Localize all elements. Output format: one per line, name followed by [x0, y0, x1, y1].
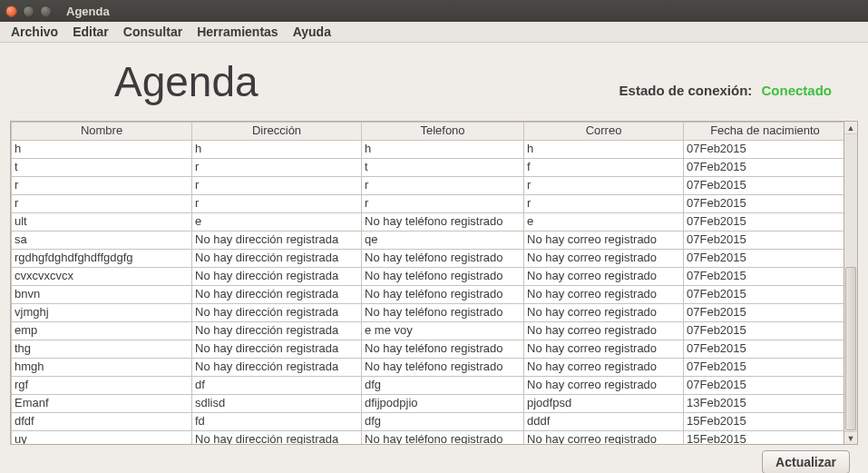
refresh-button[interactable]: Actualizar — [762, 450, 850, 473]
cell-fecha[interactable]: 07Feb2015 — [684, 340, 845, 359]
table-row[interactable]: uyNo hay dirección registradaNo hay telé… — [12, 431, 845, 446]
cell-nombre[interactable]: dfdf — [12, 413, 192, 431]
cell-correo[interactable]: No hay correo registrado — [524, 322, 684, 340]
cell-fecha[interactable]: 07Feb2015 — [684, 250, 845, 268]
cell-direccion[interactable]: df — [192, 377, 362, 395]
cell-fecha[interactable]: 07Feb2015 — [684, 141, 845, 159]
table-row[interactable]: vjmghjNo hay dirección registradaNo hay … — [12, 304, 845, 322]
cell-direccion[interactable]: No hay dirección registrada — [192, 359, 362, 377]
cell-direccion[interactable]: No hay dirección registrada — [192, 340, 362, 359]
cell-direccion[interactable]: No hay dirección registrada — [192, 250, 362, 268]
cell-nombre[interactable]: vjmghj — [12, 304, 192, 322]
cell-fecha[interactable]: 07Feb2015 — [684, 304, 845, 322]
cell-direccion[interactable]: No hay dirección registrada — [192, 431, 362, 446]
cell-correo[interactable]: No hay correo registrado — [524, 304, 684, 322]
table-row[interactable]: saNo hay dirección registradaqeNo hay co… — [12, 232, 845, 250]
col-header-nombre[interactable]: Nombre — [12, 123, 192, 141]
cell-telefono[interactable]: dfijpodpjio — [362, 395, 524, 413]
cell-direccion[interactable]: r — [192, 195, 362, 213]
cell-telefono[interactable]: r — [362, 177, 524, 195]
cell-nombre[interactable]: emp — [12, 322, 192, 340]
table-row[interactable]: hmghNo hay dirección registradaNo hay te… — [12, 359, 845, 377]
cell-correo[interactable]: f — [524, 159, 684, 177]
cell-nombre[interactable]: rgdhgfdghdfghdffgdgfg — [12, 250, 192, 268]
cell-nombre[interactable]: thg — [12, 340, 192, 359]
cell-fecha[interactable]: 07Feb2015 — [684, 159, 845, 177]
cell-fecha[interactable]: 07Feb2015 — [684, 322, 845, 340]
menu-ayuda[interactable]: Ayuda — [288, 23, 336, 41]
table-row[interactable]: ulteNo hay teléfono registradoe07Feb2015 — [12, 213, 845, 232]
col-header-fecha[interactable]: Fecha de nacimiento — [684, 123, 845, 141]
cell-fecha[interactable]: 07Feb2015 — [684, 177, 845, 195]
vertical-scrollbar[interactable]: ▲ ▼ — [844, 121, 858, 445]
cell-fecha[interactable]: 07Feb2015 — [684, 213, 845, 232]
cell-telefono[interactable]: No hay teléfono registrado — [362, 250, 524, 268]
window-minimize-button[interactable] — [23, 5, 34, 17]
scroll-down-icon[interactable]: ▼ — [844, 431, 857, 444]
table-row[interactable]: bnvnNo hay dirección registradaNo hay te… — [12, 286, 845, 304]
cell-nombre[interactable]: uy — [12, 431, 192, 446]
table-row[interactable]: rgfdfdfgNo hay correo registrado07Feb201… — [12, 377, 845, 395]
cell-correo[interactable]: pjodfpsd — [524, 395, 684, 413]
cell-correo[interactable]: dddf — [524, 413, 684, 431]
cell-fecha[interactable]: 07Feb2015 — [684, 232, 845, 250]
cell-correo[interactable]: r — [524, 195, 684, 213]
menu-archivo[interactable]: Archivo — [5, 23, 63, 41]
table-row[interactable]: cvxcvxcvcxNo hay dirección registradaNo … — [12, 268, 845, 286]
cell-direccion[interactable]: h — [192, 141, 362, 159]
cell-direccion[interactable]: No hay dirección registrada — [192, 268, 362, 286]
cell-fecha[interactable]: 15Feb2015 — [684, 413, 845, 431]
scroll-up-icon[interactable]: ▲ — [844, 122, 857, 134]
cell-telefono[interactable]: r — [362, 195, 524, 213]
cell-telefono[interactable]: No hay teléfono registrado — [362, 304, 524, 322]
cell-nombre[interactable]: r — [12, 195, 192, 213]
cell-telefono[interactable]: No hay teléfono registrado — [362, 213, 524, 232]
cell-telefono[interactable]: No hay teléfono registrado — [362, 340, 524, 359]
menu-editar[interactable]: Editar — [67, 23, 114, 41]
cell-nombre[interactable]: hmgh — [12, 359, 192, 377]
cell-correo[interactable]: No hay correo registrado — [524, 340, 684, 359]
cell-nombre[interactable]: r — [12, 177, 192, 195]
cell-direccion[interactable]: No hay dirección registrada — [192, 232, 362, 250]
cell-direccion[interactable]: r — [192, 159, 362, 177]
cell-telefono[interactable]: qe — [362, 232, 524, 250]
table-row[interactable]: dfdffddfgdddf15Feb2015 — [12, 413, 845, 431]
scrollbar-thumb[interactable] — [845, 267, 856, 430]
table-row[interactable]: hhhh07Feb2015 — [12, 141, 845, 159]
col-header-correo[interactable]: Correo — [524, 123, 684, 141]
cell-nombre[interactable]: t — [12, 159, 192, 177]
table-row[interactable]: rrrr07Feb2015 — [12, 177, 845, 195]
cell-correo[interactable]: No hay correo registrado — [524, 431, 684, 446]
table-row[interactable]: trtf07Feb2015 — [12, 159, 845, 177]
cell-telefono[interactable]: t — [362, 159, 524, 177]
cell-direccion[interactable]: No hay dirección registrada — [192, 304, 362, 322]
cell-direccion[interactable]: No hay dirección registrada — [192, 322, 362, 340]
cell-correo[interactable]: r — [524, 177, 684, 195]
cell-fecha[interactable]: 07Feb2015 — [684, 286, 845, 304]
cell-fecha[interactable]: 15Feb2015 — [684, 431, 845, 446]
col-header-direccion[interactable]: Dirección — [192, 123, 362, 141]
menu-herramientas[interactable]: Herramientas — [191, 23, 284, 41]
cell-nombre[interactable]: rgf — [12, 377, 192, 395]
cell-telefono[interactable]: No hay teléfono registrado — [362, 268, 524, 286]
cell-telefono[interactable]: dfg — [362, 377, 524, 395]
cell-correo[interactable]: h — [524, 141, 684, 159]
menu-consultar[interactable]: Consultar — [118, 23, 188, 41]
cell-fecha[interactable]: 07Feb2015 — [684, 359, 845, 377]
cell-nombre[interactable]: ult — [12, 213, 192, 232]
table-row[interactable]: rrrr07Feb2015 — [12, 195, 845, 213]
cell-direccion[interactable]: r — [192, 177, 362, 195]
window-maximize-button[interactable] — [40, 5, 52, 17]
cell-telefono[interactable]: No hay teléfono registrado — [362, 286, 524, 304]
cell-telefono[interactable]: h — [362, 141, 524, 159]
cell-nombre[interactable]: cvxcvxcvcx — [12, 268, 192, 286]
cell-correo[interactable]: No hay correo registrado — [524, 377, 684, 395]
table-row[interactable]: empNo hay dirección registradae me voyNo… — [12, 322, 845, 340]
cell-direccion[interactable]: sdlisd — [192, 395, 362, 413]
cell-correo[interactable]: No hay correo registrado — [524, 359, 684, 377]
table-row[interactable]: Emanfsdlisddfijpodpjiopjodfpsd13Feb2015 — [12, 395, 845, 413]
cell-fecha[interactable]: 13Feb2015 — [684, 395, 845, 413]
cell-telefono[interactable]: No hay teléfono registrado — [362, 431, 524, 446]
cell-correo[interactable]: e — [524, 213, 684, 232]
cell-telefono[interactable]: e me voy — [362, 322, 524, 340]
